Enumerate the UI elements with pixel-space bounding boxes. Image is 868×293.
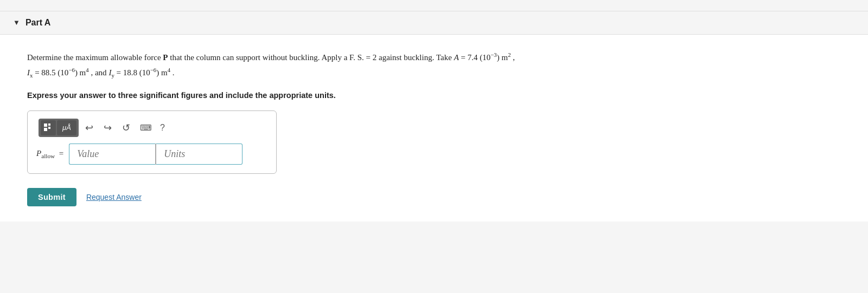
unit1: ) m: [497, 53, 508, 62]
mu-button[interactable]: μÅ: [57, 120, 76, 135]
part-title: Part A: [25, 18, 51, 28]
help-button[interactable]: ?: [158, 123, 167, 133]
svg-rect-0: [44, 123, 47, 127]
content-area: Determine the maximum allowable force P …: [0, 35, 868, 222]
Iy-eq: = 18.8 (10: [114, 68, 150, 77]
grid-icon-button[interactable]: [41, 120, 56, 135]
input-row: Pallow =: [36, 144, 267, 165]
keyboard-button[interactable]: ⌨: [136, 120, 156, 135]
A-italic: A: [454, 53, 459, 62]
instruction-text: Express your answer to three significant…: [27, 91, 841, 100]
exp3: −6: [68, 67, 75, 73]
problem-text: Determine the maximum allowable force P …: [27, 50, 624, 80]
and-text: , and: [89, 68, 109, 77]
bold-P: P: [163, 53, 168, 62]
comma1: ,: [511, 53, 515, 62]
part-header: ▼ Part A: [0, 11, 868, 35]
value-input[interactable]: [69, 144, 156, 165]
submit-button[interactable]: Submit: [27, 188, 76, 206]
answer-box-container: μÅ ↩ ↪ ↺ ⌨ ? Pallow =: [27, 110, 277, 174]
Ix-eq: = 88.5 (10: [33, 68, 68, 77]
request-answer-button[interactable]: Request Answer: [86, 193, 142, 201]
Iy-unit: ) m: [156, 68, 167, 77]
p-label: P: [36, 149, 41, 158]
p-allow-label: Pallow =: [36, 149, 63, 159]
page-container: ▼ Part A Determine the maximum allowable…: [0, 0, 868, 293]
Ix-unit: ) m: [75, 68, 86, 77]
exp5: −6: [150, 67, 157, 73]
undo-button[interactable]: ↩: [81, 120, 97, 136]
svg-rect-3: [44, 128, 47, 131]
chevron-icon[interactable]: ▼: [13, 18, 20, 27]
equals-sign: =: [59, 149, 63, 158]
format-group: μÅ: [39, 119, 79, 137]
exp1: −3: [490, 51, 497, 58]
allow-sub: allow: [41, 153, 55, 159]
bottom-actions: Submit Request Answer: [27, 186, 841, 206]
refresh-button[interactable]: ↺: [118, 120, 134, 136]
redo-button[interactable]: ↪: [99, 120, 116, 136]
eq1: = 7.4 (10: [459, 53, 490, 62]
svg-rect-2: [48, 127, 50, 129]
problem-line1b: that the column can support without buck…: [168, 53, 454, 62]
units-input[interactable]: [156, 144, 242, 165]
problem-line1: Determine the maximum allowable force: [27, 53, 163, 62]
toolbar: μÅ ↩ ↪ ↺ ⌨ ?: [36, 119, 267, 137]
period: .: [170, 68, 175, 77]
svg-rect-1: [48, 123, 50, 126]
